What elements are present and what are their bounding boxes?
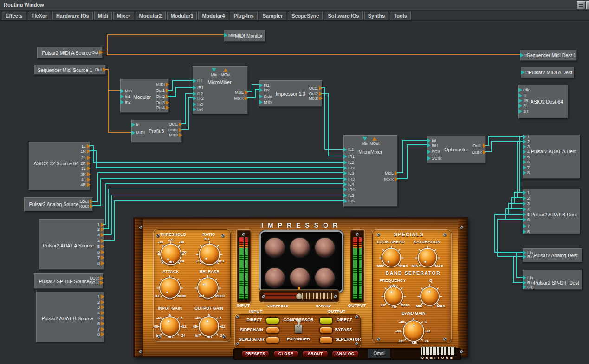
module-pulsar2-adat-a-source[interactable]: Pulsar2 ADAT A Source12345678 <box>39 219 104 270</box>
port-impressor-module-out1[interactable]: Out1 <box>309 86 323 91</box>
port-optimaster-inl[interactable]: InL <box>427 138 438 143</box>
port-pulsar2-sp-dif-dest-lin[interactable]: LIn <box>523 275 533 280</box>
port-micromixer-1-in3[interactable]: In3 <box>193 102 203 107</box>
wire-29[interactable] <box>506 209 523 219</box>
wire-9[interactable] <box>247 90 259 98</box>
close-button[interactable]: CLOSE <box>273 351 298 358</box>
port-modular-in2[interactable]: In2 <box>120 100 131 104</box>
port-pulsar2-adat-b-dest-6[interactable]: 6 <box>523 217 530 222</box>
module-sequencer-midi-dest-1[interactable]: Sequencer Midi Dest 1In <box>520 50 577 61</box>
port-modular-out3[interactable]: Out3 <box>155 100 169 105</box>
port-pulsar2-adat-a-source-8[interactable]: 8 <box>97 261 104 266</box>
module-pulsar2-sp-dif-source[interactable]: Pulsar2 SP-DIF SourceLOutROut <box>34 273 103 289</box>
analog-button[interactable]: ANALOG <box>332 351 359 358</box>
port-pulsar2-adat-b-dest-7[interactable]: 7 <box>523 224 530 228</box>
band-gain-knob[interactable] <box>404 321 423 341</box>
input-seperator-button[interactable] <box>266 337 279 344</box>
port-pulsar2-analog-source-rout[interactable]: ROut <box>79 204 93 208</box>
module-optimaster[interactable]: OptimasterInLInRSCILSCIROutLOutR <box>427 136 486 163</box>
module-pulsar2-analog-source[interactable]: Pulsar2 Analog SourceLOutROut <box>24 197 93 211</box>
wire-33[interactable] <box>513 256 523 282</box>
tab-hardware-ios[interactable]: Hardware IOs <box>52 12 93 20</box>
wire-20[interactable] <box>397 140 427 173</box>
window-edge-button[interactable] <box>586 1 589 9</box>
port-asio2-dest-64-2l[interactable]: 2L <box>518 104 528 108</box>
window-menu-button[interactable] <box>577 1 586 9</box>
port-asio2-32-source-64-1r[interactable]: 1R <box>80 149 91 154</box>
port-pulsar2-analog-dest-rin[interactable]: RIn <box>523 254 534 259</box>
port-pulsar2-adat-a-source-7[interactable]: 7 <box>97 255 104 260</box>
wire-7[interactable] <box>181 98 193 130</box>
port-asio2-32-source-64-4r[interactable]: 4R <box>80 182 91 187</box>
port-pulsar2-sp-dif-source-rout[interactable]: ROut <box>89 280 104 285</box>
wire-21[interactable] <box>397 145 427 179</box>
port-micromixer-1-top-min[interactable] <box>212 68 216 73</box>
input-direct-button[interactable] <box>266 317 279 324</box>
port-impressor-module-in1[interactable]: In1 <box>259 83 270 88</box>
tab-effects[interactable]: Effects <box>2 12 26 20</box>
module-asio2-dest-64[interactable]: ASIO2 Dest-64Clk1L1R2L2R <box>518 85 568 118</box>
port-micromixer-1-il2[interactable]: IL2 <box>193 91 203 96</box>
wire-26[interactable] <box>514 192 523 203</box>
port-pulsar2-adat-b-source-8[interactable]: 8 <box>97 332 104 337</box>
port-pulsar2-adat-b-dest-4[interactable]: 4 <box>523 207 530 212</box>
port-optimaster-scil[interactable]: SCIL <box>427 150 441 154</box>
port-micromixer-1-il1[interactable]: IL1 <box>193 78 203 83</box>
port-pulsar2-adat-a-source-4[interactable]: 4 <box>97 239 104 243</box>
wire-25[interactable] <box>517 141 523 198</box>
wire-30[interactable] <box>495 214 523 252</box>
port-asio2-32-source-64-2r[interactable]: 2R <box>80 161 91 166</box>
port-pulsar2-adat-a-dest-7[interactable]: 7 <box>523 165 530 170</box>
port-pulsar2-analog-source-lout[interactable]: LOut <box>79 199 93 204</box>
tab-mixer[interactable]: Mixer <box>113 12 134 20</box>
port-pulsar2-adat-b-source-7[interactable]: 7 <box>97 327 104 332</box>
port-pulsar2-adat-a-source-6[interactable]: 6 <box>97 250 104 254</box>
module-profit-5[interactable]: Profit 5InMIDIOutLOutRMIDI <box>131 120 182 143</box>
wire-32[interactable] <box>517 252 523 277</box>
port-pulsar2-adat-a-dest-8[interactable]: 8 <box>523 170 530 175</box>
output-gain-knob[interactable] <box>200 317 218 336</box>
wire-31[interactable] <box>498 219 523 256</box>
port-pulsar2-adat-a-source-2[interactable]: 2 <box>97 227 104 232</box>
port-micromixer-1-ir2[interactable]: IR2 <box>193 96 204 101</box>
port-optimaster-outr[interactable]: OutR <box>472 150 486 155</box>
output-direct-button[interactable] <box>319 317 333 324</box>
port-asio2-dest-64-2r[interactable]: 2R <box>518 109 529 114</box>
port-micromixer-2-ir1[interactable]: IR1 <box>343 154 355 159</box>
q-knob[interactable] <box>421 287 439 305</box>
port-pulsar2-adat-a-dest-6[interactable]: 6 <box>523 160 530 164</box>
port-pulsar2-adat-a-dest-4[interactable]: 4 <box>523 150 530 154</box>
port-profit-5-outl[interactable]: OutL <box>168 122 182 127</box>
port-micromixer-2-il3[interactable]: IL3 <box>343 171 354 176</box>
wire-1[interactable] <box>102 52 520 55</box>
port-impressor-module-m-in[interactable]: M in <box>259 100 272 104</box>
port-pulsar2-adat-a-dest-1[interactable]: 1 <box>523 135 530 139</box>
module-micromixer-1[interactable]: MicroMixerIL1IR1IL2IR2In3In4MixLMixRMInM… <box>193 66 248 114</box>
port-pulsar2-adat-b-source-3[interactable]: 3 <box>97 305 104 310</box>
wire-11[interactable] <box>321 93 343 156</box>
port-profit-5-in[interactable]: In <box>131 123 140 127</box>
wire-4[interactable] <box>168 80 193 90</box>
port-modular-in1[interactable]: In1 <box>120 94 131 99</box>
port-pulsar2-adat-b-source-2[interactable]: 2 <box>97 300 104 305</box>
port-impressor-module-in2[interactable]: In2 <box>259 88 270 92</box>
port-modular-out4[interactable]: Out4 <box>155 105 169 110</box>
tab-modular3[interactable]: Modular3 <box>167 12 197 20</box>
port-pulsar2-sp-dif-source-lout[interactable]: LOut <box>90 276 104 280</box>
wire-8[interactable] <box>247 85 259 92</box>
tab-flexor[interactable]: FleXor <box>28 12 51 20</box>
wire-13[interactable] <box>89 151 343 168</box>
module-midi-monitor[interactable]: MIDI MonitorMIn <box>224 30 265 42</box>
port-pulsar2-adat-a-source-5[interactable]: 5 <box>97 244 104 249</box>
port-micromixer-1-mixr[interactable]: MixR <box>234 96 249 101</box>
port-micromixer-1-ir1[interactable]: IR1 <box>193 85 204 90</box>
output-seperator-button[interactable] <box>319 337 333 344</box>
module-pulsar2-analog-dest[interactable]: Pulsar2 Analog DestLInRIn <box>523 248 582 262</box>
port-asio2-dest-64-clk[interactable]: Clk <box>518 88 529 92</box>
presets-button[interactable]: PRESETS <box>241 351 269 358</box>
port-asio2-dest-64-1l[interactable]: 1L <box>518 93 528 98</box>
tab-software-ios[interactable]: Software IOs <box>324 12 362 20</box>
module-micromixer-2[interactable]: MicroMixerIL1IR1IL2IR2IL3IR3IL4IR4IL5IR5… <box>343 135 398 207</box>
attack-knob[interactable] <box>160 278 180 298</box>
port-micromixer-2-il4[interactable]: IL4 <box>343 182 354 187</box>
